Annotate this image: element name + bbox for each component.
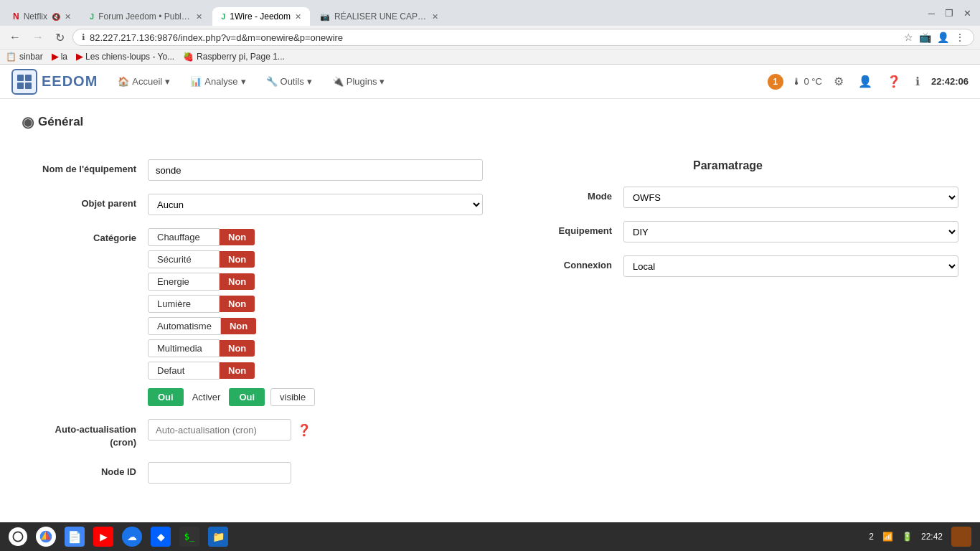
- equipment-label: Equipement: [497, 221, 612, 236]
- header-right: 1 🌡 0 °C ⚙ 👤 ❓ ℹ 22:42:06: [768, 72, 969, 91]
- cat-chauffage-toggle[interactable]: Non: [220, 229, 255, 245]
- node-id-row: Node ID: [22, 462, 483, 484]
- outils-icon: 🔧: [266, 76, 278, 87]
- nav-analyse[interactable]: 📊 Analyse ▾: [182, 72, 254, 91]
- menu-icon[interactable]: ⋮: [955, 32, 965, 43]
- info-icon[interactable]: ℹ: [913, 72, 923, 91]
- bookmark-la-label: la: [61, 52, 67, 62]
- restore-btn[interactable]: ❐: [945, 8, 953, 19]
- reload-button[interactable]: ↻: [52, 29, 68, 46]
- user-icon[interactable]: 👤: [855, 72, 875, 91]
- tab-capture-label: RÉALISER UNE CAPTUR...: [334, 11, 428, 22]
- tab-onewire[interactable]: J 1Wire - Jeedom ✕: [212, 7, 310, 26]
- taskbar-docs[interactable]: 📄: [65, 527, 85, 528]
- objet-label: Objet parent: [22, 194, 136, 209]
- taskbar-files[interactable]: 📁: [208, 527, 228, 528]
- visible-oui-button[interactable]: Oui: [229, 388, 265, 406]
- taskbar-dropbox[interactable]: ◆: [151, 527, 171, 528]
- right-column: Paramatrage Mode OWFS Equipement DIY: [497, 159, 958, 496]
- netflix-favicon: N: [13, 11, 19, 22]
- star-icon[interactable]: ☆: [904, 32, 913, 43]
- equipment-control: DIY: [623, 221, 958, 242]
- notification-badge[interactable]: 1: [768, 74, 783, 90]
- bookmark-chiens[interactable]: ▶ Les chiens-loups - Yo...: [76, 52, 174, 62]
- objet-select[interactable]: Aucun: [148, 194, 483, 215]
- back-nav-button[interactable]: ←: [6, 29, 24, 45]
- browser-chrome: N Netflix 🔇 ✕ J Forum Jeedom • Publie...…: [0, 0, 980, 65]
- node-id-label: Node ID: [22, 462, 136, 477]
- connexion-row: Connexion Local: [497, 255, 958, 277]
- cat-securite: Sécurité Non: [148, 250, 483, 268]
- tab-capture[interactable]: 📷 RÉALISER UNE CAPTUR... ✕: [311, 7, 447, 26]
- back-button[interactable]: ◉ Général: [22, 113, 83, 131]
- address-bar[interactable]: ℹ 82.227.217.136:9876/index.php?v=d&m=on…: [72, 29, 974, 46]
- bookmark-sinbar[interactable]: 📋 sinbar: [6, 52, 43, 62]
- bookmark-sinbar-icon: 📋: [6, 52, 17, 62]
- help-icon[interactable]: ❓: [884, 72, 904, 91]
- equipment-row: Equipement DIY: [497, 221, 958, 242]
- analyse-icon: 📊: [190, 76, 202, 87]
- nav-plugins-label: Plugins: [347, 76, 377, 87]
- taskbar-youtube[interactable]: ▶: [93, 527, 113, 528]
- cat-energie-toggle[interactable]: Non: [220, 273, 255, 290]
- bookmark-raspberry[interactable]: 🍓 Raspberry pi, Page 1...: [183, 52, 285, 62]
- svg-rect-3: [25, 83, 32, 89]
- taskbar-cloud[interactable]: ☁: [122, 527, 142, 528]
- cat-securite-toggle[interactable]: Non: [220, 251, 255, 268]
- cast-icon[interactable]: 📺: [919, 32, 931, 43]
- cat-defaut-toggle[interactable]: Non: [220, 362, 255, 379]
- nom-input[interactable]: [148, 159, 483, 181]
- tab-netflix-label: Netflix: [24, 11, 47, 22]
- tab-netflix[interactable]: N Netflix 🔇 ✕: [4, 7, 80, 26]
- close-btn[interactable]: ✕: [963, 8, 971, 19]
- forward-nav-button[interactable]: →: [29, 29, 47, 45]
- two-col-layout: Nom de l'équipement Objet parent Aucun C…: [22, 159, 958, 496]
- equipment-select[interactable]: DIY: [623, 221, 958, 242]
- app-header: EEDOM 🏠 Accueil ▾ 📊 Analyse ▾ 🔧 Outils ▾…: [0, 65, 980, 99]
- cat-defaut: Defaut Non: [148, 362, 483, 380]
- bookmarks-bar: 📋 sinbar ▶ la ▶ Les chiens-loups - Yo...…: [0, 49, 980, 64]
- mode-row: Mode OWFS: [497, 187, 958, 208]
- cat-chauffage-label: Chauffage: [148, 228, 220, 246]
- taskbar-chrome[interactable]: [36, 527, 56, 528]
- tab-forum-close[interactable]: ✕: [196, 12, 202, 22]
- settings-icon[interactable]: ⚙: [831, 72, 847, 91]
- nav-analyse-label: Analyse: [204, 76, 237, 87]
- tab-onewire-label: 1Wire - Jeedom: [230, 11, 291, 22]
- right-section-title: Paramatrage: [497, 159, 958, 172]
- cat-lumiere: Lumière Non: [148, 295, 483, 313]
- bookmark-raspberry-label: Raspberry pi, Page 1...: [197, 52, 285, 62]
- nav-outils[interactable]: 🔧 Outils ▾: [258, 72, 321, 91]
- taskbar-circle[interactable]: [9, 527, 27, 528]
- nav-accueil[interactable]: 🏠 Accueil ▾: [109, 72, 179, 91]
- mode-select[interactable]: OWFS: [623, 187, 958, 208]
- auto-row: Auto-actualisation (cron) ❓: [22, 419, 483, 449]
- logo-text: EEDOM: [42, 73, 98, 90]
- cat-multimedia-toggle[interactable]: Non: [220, 340, 255, 357]
- taskbar-right: 2 📶 🔋 22:42: [869, 527, 971, 528]
- categorie-label: Catégorie: [22, 228, 136, 243]
- cat-automatisme-toggle[interactable]: Non: [221, 318, 256, 334]
- profile-icon[interactable]: 👤: [937, 32, 949, 43]
- tab-forum-label: Forum Jeedom • Publie...: [98, 11, 192, 22]
- node-id-input[interactable]: [148, 462, 291, 484]
- mode-label: Mode: [497, 187, 612, 202]
- nom-control: [148, 159, 483, 181]
- auto-input[interactable]: [148, 419, 291, 441]
- cat-automatisme-label: Automatisme: [148, 317, 221, 335]
- tab-capture-close[interactable]: ✕: [432, 12, 438, 22]
- bookmark-la[interactable]: ▶ la: [52, 52, 67, 62]
- visible-label: visible: [270, 388, 315, 406]
- tab-forum[interactable]: J Forum Jeedom • Publie... ✕: [81, 7, 211, 26]
- activer-oui-button[interactable]: Oui: [148, 388, 184, 406]
- tab-onewire-close[interactable]: ✕: [295, 12, 301, 22]
- mode-control: OWFS: [623, 187, 958, 208]
- tab-netflix-close[interactable]: ✕: [65, 12, 71, 22]
- taskbar-terminal[interactable]: $_: [179, 527, 199, 528]
- auto-help-icon[interactable]: ❓: [297, 423, 311, 437]
- nav-plugins[interactable]: 🔌 Plugins ▾: [324, 72, 394, 91]
- logo-icon: [11, 69, 37, 95]
- minimize-btn[interactable]: ─: [928, 8, 935, 19]
- connexion-select[interactable]: Local: [623, 255, 958, 277]
- cat-lumiere-toggle[interactable]: Non: [220, 296, 255, 312]
